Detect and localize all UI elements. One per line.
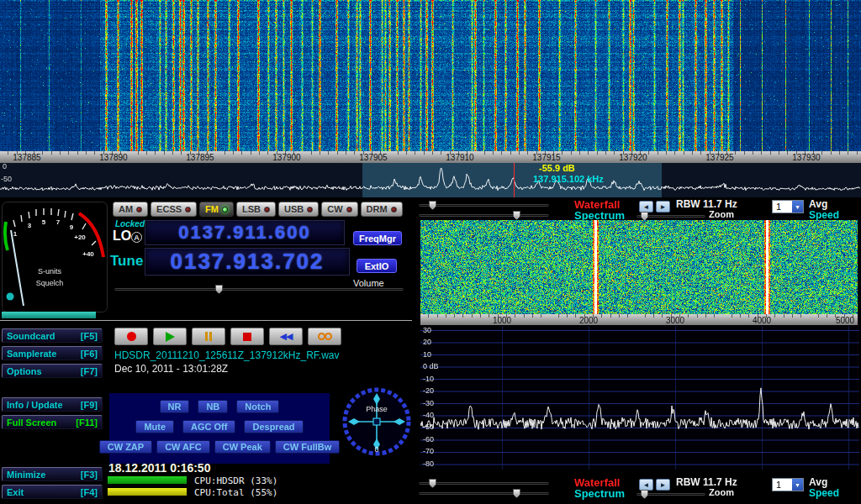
frequency-scale[interactable]: 137885 137890 137895 137900 137905 13791… (0, 151, 861, 163)
audio-frequency-scale[interactable]: 1000 2000 3000 4000 5000 (420, 314, 858, 325)
signal-level-bar (2, 312, 96, 318)
shift-right-button[interactable]: ► (656, 201, 670, 213)
overview-spectrum-trace (0, 163, 861, 197)
frequency-tick-label: 137905 (359, 153, 387, 162)
rbw-label: RBW 11.7 Hz (676, 198, 737, 210)
despread-button[interactable]: Despread (244, 420, 303, 433)
svg-text:5: 5 (42, 218, 46, 226)
slider-thumb[interactable] (513, 211, 520, 220)
slider-thumb[interactable] (429, 201, 436, 210)
spectrum-gain-slider-bottom[interactable] (419, 489, 549, 498)
mode-drm-led-icon (391, 207, 397, 213)
rewind-button[interactable]: ◀◀ (269, 328, 303, 345)
avg-select[interactable]: 1 ▼ (772, 200, 804, 213)
cw-peak-button[interactable]: CW Peak (214, 440, 271, 454)
cw-afc-button[interactable]: CW AFC (156, 440, 210, 454)
mode-fm-button[interactable]: FM (199, 202, 234, 217)
squelch-knob[interactable] (7, 293, 14, 301)
fullscreen-button[interactable]: Full Screen [F11] (2, 415, 103, 429)
minimize-button[interactable]: Minimize [F3] (2, 467, 103, 481)
mode-lsb-button[interactable]: LSB (236, 202, 276, 217)
cw-fullbw-button[interactable]: CW FullBw (275, 440, 340, 454)
right-arrow-icon: ► (660, 203, 667, 211)
lo-frequency-display[interactable]: 0137.911.600 (145, 220, 345, 245)
db-axis-label: -30 (423, 399, 434, 407)
shift-left-button[interactable]: ◄ (639, 201, 653, 213)
svg-text:+40: +40 (82, 250, 94, 258)
tune-marker-line (514, 163, 515, 197)
mode-am-label: AM (119, 204, 133, 214)
tune-frequency-display[interactable]: 0137.913.702 (145, 248, 350, 276)
agc-off-button[interactable]: AGC Off (182, 420, 235, 433)
slider-thumb[interactable] (513, 489, 520, 498)
db-axis-label: 10 (423, 350, 431, 359)
mode-usb-led-icon (307, 207, 313, 213)
nb-button[interactable]: NB (198, 400, 228, 413)
loop-button[interactable] (308, 328, 341, 345)
waterfall-brightness-slider-bottom[interactable] (419, 479, 549, 488)
s-units-label: S-units (38, 267, 62, 276)
spectrum-gain-slider[interactable] (419, 211, 549, 220)
audio-tick-label: 2000 (579, 316, 598, 325)
cpu-total-label: CPU:Total (55%) (194, 487, 277, 498)
stop-button[interactable] (230, 328, 264, 345)
overview-db-bottom-label: -50 (1, 175, 12, 183)
audio-tick-label: 3000 (666, 316, 684, 325)
lo-lock-badge[interactable]: A (131, 232, 142, 243)
slider-thumb[interactable] (429, 479, 436, 488)
phase-label: Phase (366, 405, 388, 413)
band-shift-buttons: ◄ ► (639, 201, 670, 213)
mode-ecss-button[interactable]: ECSS (151, 202, 197, 217)
shift-right-button[interactable]: ► (656, 479, 670, 491)
avg-label: Avg (809, 198, 827, 210)
extio-button[interactable]: ExtIO (357, 259, 397, 273)
mode-cw-label: CW (327, 204, 342, 214)
record-button[interactable] (114, 328, 148, 345)
play-button[interactable] (153, 328, 187, 345)
mode-fm-label: FM (205, 204, 219, 214)
s-meter: 1 3 5 7 9 +20 +40 S-units Squelch (2, 202, 108, 312)
notch-button[interactable]: Notch (236, 400, 279, 413)
mode-am-button[interactable]: AM (113, 202, 148, 217)
options-button[interactable]: Options [F7] (2, 364, 103, 378)
exit-button[interactable]: Exit [F4] (2, 485, 103, 499)
freqmgr-button[interactable]: FreqMgr (353, 231, 402, 245)
volume-slider-thumb[interactable] (215, 285, 223, 294)
spectrum-label-bottom: Spectrum (574, 487, 625, 500)
overview-db-top-label: 0 (3, 162, 7, 171)
audio-tick-label: 4000 (753, 316, 771, 325)
slider-thumb[interactable] (641, 490, 648, 499)
record-icon (127, 332, 136, 341)
volume-slider[interactable] (114, 285, 404, 294)
cw-zap-button[interactable]: CW ZAP (99, 440, 152, 454)
play-icon (166, 332, 175, 342)
soundcard-button[interactable]: Soundcard [F5] (2, 328, 103, 343)
nr-button[interactable]: NR (160, 400, 190, 413)
avg-select-bottom[interactable]: 1 ▼ (772, 478, 804, 491)
audio-waterfall-display[interactable] (420, 220, 858, 314)
avg-select-value: 1 (776, 480, 781, 490)
mode-drm-button[interactable]: DRM (361, 202, 403, 217)
chevron-down-icon[interactable]: ▼ (792, 201, 803, 213)
mute-button[interactable]: Mute (135, 420, 174, 433)
chevron-down-icon[interactable]: ▼ (792, 479, 803, 491)
db-axis-label: 30 (423, 326, 431, 334)
playback-controls: ◀◀ (114, 328, 341, 345)
zoom-slider-bottom[interactable] (637, 490, 705, 499)
info-update-button[interactable]: Info / Update [F9] (2, 397, 103, 412)
audio-spectrum-display[interactable] (420, 326, 859, 470)
mode-cw-button[interactable]: CW (321, 202, 357, 217)
main-waterfall-display[interactable] (0, 0, 861, 151)
samplerate-button-key: [F6] (81, 349, 98, 359)
pause-button[interactable] (192, 328, 225, 345)
info-update-button-key: [F9] (81, 400, 98, 410)
samplerate-button-label: Samplerate (7, 349, 56, 359)
soundcard-button-label: Soundcard (7, 331, 55, 341)
waterfall-brightness-slider[interactable] (419, 201, 549, 210)
recording-timestamp: Dec 10, 2011 - 13:01:28Z (114, 363, 228, 375)
frequency-tick-label: 137885 (13, 153, 40, 162)
samplerate-button[interactable]: Samplerate [F6] (2, 346, 103, 360)
shift-left-button[interactable]: ◄ (639, 479, 653, 491)
mode-usb-button[interactable]: USB (278, 202, 319, 217)
slider-track (419, 214, 549, 217)
